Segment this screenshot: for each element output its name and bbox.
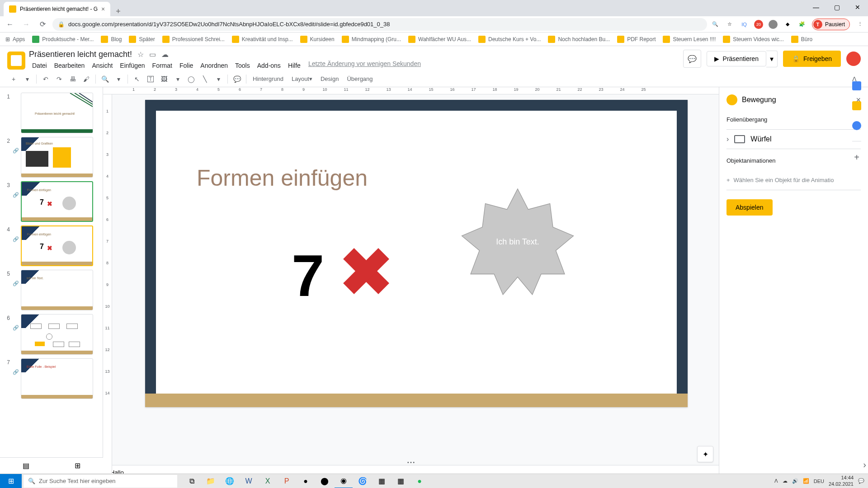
- powerpoint-icon[interactable]: P: [278, 474, 296, 488]
- present-button[interactable]: ▶ Präsentieren: [707, 51, 766, 66]
- layout-button[interactable]: Layout ▾: [288, 73, 316, 85]
- new-tab-button[interactable]: +: [110, 7, 126, 16]
- share-button[interactable]: 🔒 Freigeben: [783, 51, 841, 67]
- slide-thumbnail-7[interactable]: 7 🔗 Erste Folie - Beispiel: [0, 357, 103, 401]
- notes-resize-handle[interactable]: • • •: [103, 460, 719, 465]
- network-icon[interactable]: 📶: [803, 478, 809, 484]
- extension-icon[interactable]: IQ: [740, 20, 749, 29]
- last-edit-link[interactable]: Letzte Änderung vor wenigen Sekunden: [308, 60, 421, 71]
- line-dropdown[interactable]: ▾: [212, 73, 225, 85]
- grid-view-icon[interactable]: ⊞: [75, 461, 80, 470]
- user-avatar[interactable]: [846, 52, 861, 66]
- clock[interactable]: 14:44 24.02.2021: [829, 475, 854, 487]
- transition-row[interactable]: › Würfel: [726, 129, 861, 149]
- menu-format[interactable]: Format: [149, 60, 175, 71]
- app-icon-2[interactable]: ▦: [373, 474, 391, 488]
- bookmark-item[interactable]: Steuern Lesen !!!!: [663, 36, 716, 43]
- onedrive-icon[interactable]: ☁: [783, 478, 788, 484]
- zoom-dropdown[interactable]: ▾: [112, 73, 125, 85]
- zoom-icon[interactable]: 🔍: [711, 20, 720, 29]
- start-button[interactable]: ⊞: [0, 474, 22, 488]
- comments-button[interactable]: 💬: [683, 50, 701, 68]
- notifications-icon[interactable]: 💬: [858, 478, 864, 484]
- extension-icon-4[interactable]: ◆: [783, 20, 792, 29]
- slide-thumbnail-2[interactable]: 2 🔗 Bilder und Grafiken: [0, 135, 103, 179]
- extension-icon-3[interactable]: [769, 20, 778, 29]
- shape-tool[interactable]: ◯: [185, 73, 198, 85]
- edge-icon[interactable]: 🌐: [221, 474, 239, 488]
- tasks-icon[interactable]: [852, 121, 861, 130]
- menu-addons[interactable]: Add-ons: [254, 60, 284, 71]
- word-icon[interactable]: W: [240, 474, 258, 488]
- browser-tab[interactable]: Präsentieren leicht gemacht! - G ×: [4, 2, 110, 16]
- comment-tool[interactable]: 💬: [231, 73, 243, 85]
- task-view-icon[interactable]: ⧉: [183, 474, 201, 488]
- calendar-icon[interactable]: [852, 81, 861, 90]
- bookmark-item[interactable]: Noch hochladen Bu...: [548, 36, 610, 43]
- bookmark-item[interactable]: Später: [129, 36, 155, 43]
- design-button[interactable]: Design: [317, 73, 342, 85]
- address-bar[interactable]: 🔒 docs.google.com/presentation/d/1yV372S…: [52, 18, 707, 31]
- forward-button[interactable]: →: [20, 18, 33, 31]
- keep-icon[interactable]: [852, 101, 861, 110]
- new-slide-dropdown[interactable]: ▾: [21, 73, 33, 85]
- bookmark-item[interactable]: Mindmapping (Gru...: [342, 36, 401, 43]
- maximize-icon[interactable]: ▢: [826, 0, 847, 14]
- next-slide-icon[interactable]: ›: [863, 460, 866, 470]
- excel-icon[interactable]: X: [259, 474, 277, 488]
- background-button[interactable]: Hintergrund: [249, 73, 287, 85]
- star-icon[interactable]: ☆: [137, 50, 144, 59]
- bookmark-item[interactable]: Produktsuche - Mer...: [32, 36, 94, 43]
- apps-button[interactable]: ⊞Apps: [5, 36, 25, 42]
- slides-logo[interactable]: [7, 52, 25, 70]
- reload-button[interactable]: ⟳: [36, 18, 49, 31]
- explorer-icon[interactable]: 📁: [202, 474, 220, 488]
- tray-chevron-icon[interactable]: ᐱ: [774, 478, 778, 484]
- chrome-icon[interactable]: ◉: [335, 474, 353, 488]
- star-shape[interactable]: Ich bin Text.: [459, 183, 576, 300]
- bookmark-item[interactable]: Blog: [101, 36, 122, 43]
- menu-anordnen[interactable]: Anordnen: [197, 60, 231, 71]
- move-icon[interactable]: ▭: [149, 50, 156, 59]
- slide-panel[interactable]: 1 Präsentieren leicht gemacht! 2 🔗 Bilde…: [0, 87, 103, 482]
- bookmark-item[interactable]: Professionell Schrei...: [162, 36, 225, 43]
- line-tool[interactable]: ╲: [198, 73, 211, 85]
- minimize-icon[interactable]: —: [806, 0, 826, 14]
- present-dropdown[interactable]: ▾: [766, 51, 778, 67]
- close-tab-icon[interactable]: ×: [101, 5, 105, 13]
- zoom-button[interactable]: 🔍: [99, 73, 111, 85]
- explore-button[interactable]: ✦: [697, 446, 713, 462]
- app-icon-3[interactable]: ▦: [392, 474, 410, 488]
- paint-format-button[interactable]: 🖌: [80, 73, 93, 85]
- spotify-icon[interactable]: ●: [410, 474, 429, 488]
- bookmark-item[interactable]: Kreativität und Insp...: [232, 36, 293, 43]
- slide-thumbnail-5[interactable]: 5 🔗 Ich bin Text.: [0, 268, 103, 312]
- menu-icon[interactable]: ⋮: [855, 20, 864, 29]
- slide-thumbnail-4[interactable]: 4 🔗 Formen einfügen 7 ✖: [0, 224, 103, 268]
- profile-badge[interactable]: T Pausiert: [812, 19, 850, 30]
- play-button[interactable]: Abspielen: [726, 199, 773, 216]
- back-button[interactable]: ←: [4, 18, 16, 31]
- document-title[interactable]: Präsentieren leicht gemacht!: [29, 50, 132, 59]
- slide-heading[interactable]: Formen einfügen: [197, 165, 368, 191]
- image-tool[interactable]: 🖼: [158, 73, 170, 85]
- extension-icon-2[interactable]: 20: [754, 20, 763, 29]
- cloud-icon[interactable]: ☁: [161, 50, 169, 59]
- bookmark-item[interactable]: Steuern Videos wic...: [723, 36, 784, 43]
- undo-button[interactable]: ↶: [39, 73, 52, 85]
- menu-ansicht[interactable]: Ansicht: [89, 60, 116, 71]
- bookmark-item[interactable]: PDF Report: [617, 36, 656, 43]
- app-icon[interactable]: ●: [297, 474, 315, 488]
- slide-thumbnail-3[interactable]: 3 🔗 Formen einfügen 7 ✖: [0, 179, 103, 224]
- menu-bearbeiten[interactable]: Bearbeiten: [51, 60, 88, 71]
- close-window-icon[interactable]: ✕: [847, 0, 868, 14]
- slide-thumbnail-1[interactable]: 1 Präsentieren leicht gemacht!: [0, 91, 103, 135]
- star-icon[interactable]: ☆: [725, 20, 734, 29]
- number-seven-shape[interactable]: 7: [292, 242, 324, 310]
- new-slide-button[interactable]: +: [7, 73, 20, 85]
- slide-thumbnail-6[interactable]: 6 🔗: [0, 312, 103, 357]
- bookmark-item[interactable]: Wahlfächer WU Aus...: [408, 36, 471, 43]
- slide-canvas[interactable]: Formen einfügen 7 Ich bin Text.: [145, 100, 688, 407]
- edge2-icon[interactable]: 🌀: [354, 474, 372, 488]
- transition-button[interactable]: Übergang: [343, 73, 376, 85]
